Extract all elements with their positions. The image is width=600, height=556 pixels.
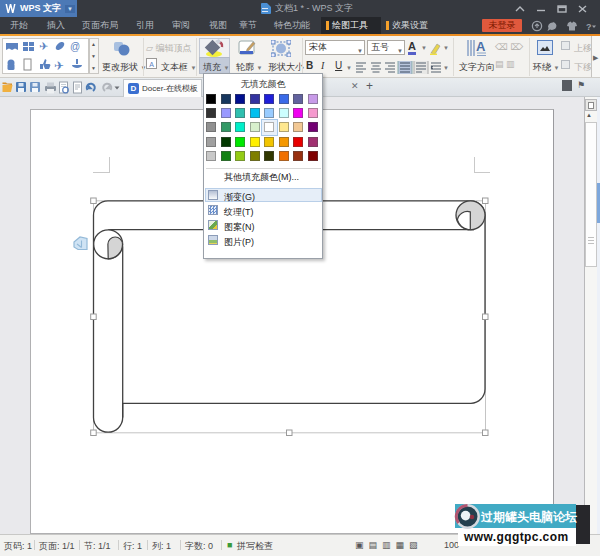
svg-text:✈: ✈ <box>39 40 48 52</box>
svg-text:?: ? <box>586 22 592 32</box>
svg-text:✈: ✈ <box>54 59 64 73</box>
svg-text:@: @ <box>70 41 80 52</box>
svg-text:A: A <box>476 39 486 54</box>
